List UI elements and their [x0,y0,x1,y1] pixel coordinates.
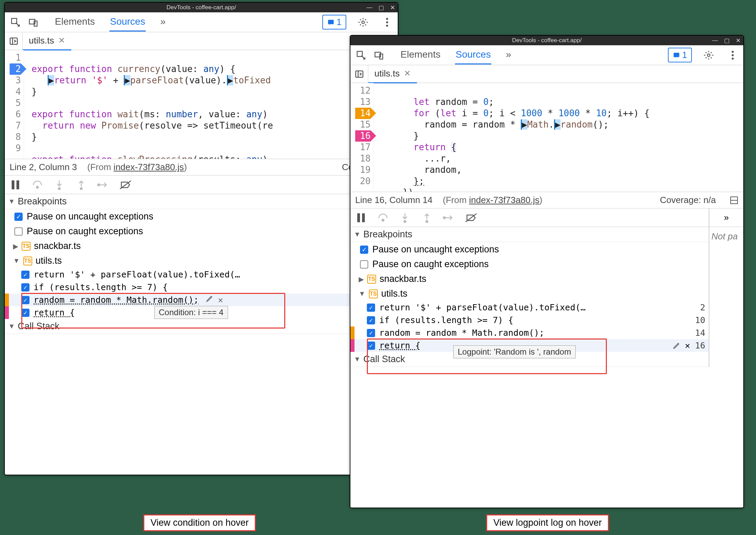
checkbox-checked-icon[interactable]: ✓ [21,296,29,304]
pause-caught-row[interactable]: Pause on caught exceptions [350,257,709,272]
checkbox-icon[interactable] [14,227,23,236]
svg-point-29 [426,221,428,223]
status-bar: Line 16, Column 14 (From index-73f73a80.… [350,192,743,209]
logpoint-tooltip: Logpoint: 'Random is ', random [453,345,576,358]
status-bar: Line 2, Column 3 (From index-73f73a80.js… [5,159,398,176]
kebab-menu-icon[interactable] [380,15,394,29]
breakpoints-section[interactable]: ▼ Breakpoints [5,194,398,209]
device-icon[interactable] [26,15,40,29]
breakpoint-row[interactable]: ✓ random = random * Math.random(); 14 [350,326,709,339]
breakpoint-row-conditional[interactable]: ✓ random = random * Math.random(); ✕ 14 [5,294,398,306]
step-into-icon[interactable] [53,179,65,191]
step-over-icon[interactable] [32,179,43,191]
checkbox-icon[interactable] [360,260,368,269]
navigator-toggle-icon[interactable] [5,32,23,50]
checkbox-checked-icon[interactable]: ✓ [367,329,375,337]
minimize-icon[interactable]: — [712,37,718,44]
checkbox-checked-icon[interactable]: ✓ [21,283,29,292]
close-tab-icon[interactable]: ✕ [58,36,65,45]
pause-caught-row[interactable]: Pause on caught exceptions [5,224,398,239]
step-out-icon[interactable] [421,212,433,224]
delete-icon[interactable]: ✕ [685,341,690,350]
edit-icon[interactable] [206,295,213,305]
ts-file-icon: TS [367,275,376,284]
line-gutter[interactable]: 12 13 ?14 15 ‥16 17 18 19 20 [350,83,374,192]
breakpoint-row[interactable]: ✓ if (results.length >= 7) { 10 [350,314,709,326]
issues-badge[interactable]: 1 [668,48,692,62]
edit-icon[interactable] [673,342,680,349]
step-into-icon[interactable] [399,212,411,224]
breakpoint-file-snackbar[interactable]: ▶ TS snackbar.ts [5,239,398,253]
breakpoint-file-utils[interactable]: ▼ TS utils.ts [350,286,709,301]
code-editor[interactable]: 12 13 ?14 15 ‥16 17 18 19 20 let random … [350,83,743,192]
checkbox-checked-icon[interactable]: ✓ [367,304,375,312]
source-map-link[interactable]: index-73f73a80.js [469,195,539,205]
source-map-link[interactable]: index-73f73a80.js [113,162,184,172]
inspect-icon[interactable] [8,15,23,29]
step-icon[interactable] [443,212,455,224]
devtools-window-right: DevTools - coffee-cart.app/ — ▢ ✕ Elemen… [350,35,744,508]
pause-uncaught-row[interactable]: ✓ Pause on uncaught exceptions [5,209,398,224]
pause-icon[interactable] [355,212,367,224]
checkbox-checked-icon[interactable]: ✓ [21,309,29,317]
expand-panel-icon[interactable]: » [709,209,743,227]
issues-badge[interactable]: 1 [322,15,346,29]
not-paused-label: Not pa [709,227,743,246]
svg-point-28 [404,221,406,223]
chevron-down-icon: ▼ [8,322,15,330]
kebab-menu-icon[interactable] [725,48,740,62]
breakpoint-row[interactable]: ✓ if (results.length >= 7) { 10 [5,281,398,294]
code-editor[interactable]: 1 2 3 4 5 6 7 8 9 export function curren… [5,50,398,159]
svg-point-22 [732,58,734,60]
step-out-icon[interactable] [75,179,87,191]
svg-rect-18 [673,52,679,57]
tab-elements[interactable]: Elements [54,13,96,32]
minimize-icon[interactable]: — [367,4,372,11]
chevron-down-icon: ▼ [13,257,20,265]
step-icon[interactable] [97,179,109,191]
checkbox-checked-icon[interactable]: ✓ [360,246,368,254]
filetab-utils[interactable]: utils.ts ✕ [368,65,417,83]
navigator-toggle-icon[interactable] [350,65,368,83]
pause-icon[interactable] [10,179,21,191]
callstack-section[interactable]: ▼ Call Stack [5,319,398,334]
step-over-icon[interactable] [377,212,389,224]
line-gutter[interactable]: 1 2 3 4 5 6 7 8 9 [5,50,24,159]
deactivate-breakpoints-icon[interactable] [465,212,477,224]
inspect-icon[interactable] [354,48,368,62]
close-window-icon[interactable]: ✕ [390,4,395,11]
delete-icon[interactable]: ✕ [218,295,223,305]
filetab-utils[interactable]: utils.ts ✕ [23,32,71,50]
checkbox-checked-icon[interactable]: ✓ [367,316,375,324]
caption-right: View logpoint log on hover [486,514,609,531]
settings-icon[interactable] [356,15,370,29]
close-tab-icon[interactable]: ✕ [404,69,411,78]
tab-elements[interactable]: Elements [400,46,441,64]
tab-more[interactable]: » [159,13,166,32]
breakpoint-file-snackbar[interactable]: ▶ TS snackbar.ts [350,272,709,286]
breakpoint-row[interactable]: ✓ return '$' + parseFloat(value).toFixed… [5,268,398,281]
coverage-reset-icon[interactable] [730,196,739,205]
settings-icon[interactable] [701,48,716,62]
maximize-icon[interactable]: ▢ [724,37,730,44]
device-icon[interactable] [372,48,386,62]
chevron-down-icon: ▼ [354,355,361,363]
checkbox-checked-icon[interactable]: ✓ [367,342,375,350]
ts-file-icon: TS [23,257,32,265]
breakpoint-file-utils[interactable]: ▼ TS utils.ts [5,253,398,268]
ts-file-icon: TS [22,242,31,251]
close-window-icon[interactable]: ✕ [736,37,741,44]
deactivate-breakpoints-icon[interactable] [119,179,131,191]
debug-toolbar [350,209,709,227]
tab-sources[interactable]: Sources [455,46,492,64]
maximize-icon[interactable]: ▢ [379,4,384,11]
checkbox-checked-icon[interactable]: ✓ [14,213,23,221]
breakpoint-row[interactable]: ✓ return '$' + parseFloat(value).toFixed… [350,301,709,314]
svg-point-6 [386,21,388,23]
breakpoints-section[interactable]: ▼ Breakpoints [350,227,709,242]
tab-sources[interactable]: Sources [109,13,146,32]
tab-more[interactable]: » [505,46,512,64]
titlebar: DevTools - coffee-cart.app/ — ▢ ✕ [350,36,743,45]
pause-uncaught-row[interactable]: ✓ Pause on uncaught exceptions [350,242,709,257]
checkbox-checked-icon[interactable]: ✓ [21,271,29,279]
